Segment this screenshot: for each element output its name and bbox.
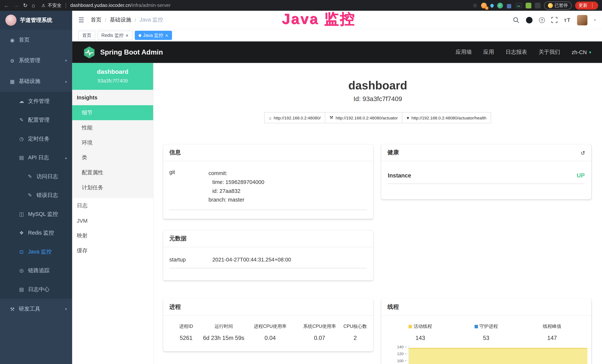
- sidebar-item-error-logs[interactable]: ✎ 错误日志: [0, 186, 72, 204]
- sba-item-config-props[interactable]: 配置属性: [72, 165, 153, 180]
- hamburger-icon[interactable]: ☰: [78, 16, 84, 24]
- close-icon[interactable]: ×: [126, 33, 129, 38]
- sba-nav-applications[interactable]: 应用: [483, 49, 494, 56]
- bookmark-star-icon[interactable]: ☆: [473, 3, 477, 8]
- page-title: dashboard: [153, 79, 602, 92]
- sba-item-scheduled-tasks[interactable]: 计划任务: [72, 180, 153, 195]
- sba-item-loggers[interactable]: 日志: [72, 198, 153, 213]
- sba-brand-title[interactable]: Spring Boot Admin: [100, 48, 163, 56]
- sidebar-item-label: 访问日志: [36, 173, 67, 180]
- sba-item-classes[interactable]: 类: [72, 150, 153, 165]
- font-size-icon[interactable]: тT: [564, 17, 571, 23]
- app-logo-row[interactable]: 芋道管理系统: [0, 11, 72, 30]
- fullscreen-icon[interactable]: [551, 17, 558, 23]
- sba-item-metrics[interactable]: 性能: [72, 120, 153, 135]
- info-card-body: git commit: time: 1596289704000 id: 27aa…: [163, 161, 373, 210]
- chevron-down-icon: ▾: [65, 59, 67, 63]
- sba-item-environment[interactable]: 环境: [72, 135, 153, 150]
- process-column-header: 进程ID: [169, 323, 203, 334]
- extension-grid-icon[interactable]: ▦: [506, 2, 512, 8]
- extensions-puzzle-icon[interactable]: [535, 2, 540, 8]
- annotation-title: Java 监控: [269, 9, 369, 29]
- app-title: 芋道管理系统: [20, 17, 52, 23]
- user-avatar[interactable]: [577, 15, 588, 25]
- sidebar-item-file-management[interactable]: ☁ 文件管理: [0, 92, 72, 110]
- sba-nav-wallboard[interactable]: 应用墙: [456, 49, 472, 56]
- extension-icon[interactable]: [489, 3, 494, 8]
- vue-devtools-icon[interactable]: ✓: [497, 2, 503, 8]
- update-label: 更新: [579, 2, 588, 8]
- reload-icon[interactable]: ↻: [23, 3, 27, 8]
- sidebar-item-log-center[interactable]: ▤ 日志中心: [0, 280, 72, 299]
- switch-extension-icon[interactable]: on: [516, 3, 522, 8]
- health-row-instance[interactable]: Instance UP: [388, 172, 585, 184]
- redis-icon: ❖: [18, 230, 24, 236]
- extension-icon[interactable]: [526, 2, 531, 8]
- extension-icon[interactable]: 1: [481, 2, 487, 8]
- sidebar-item-label: Java 监控: [28, 248, 67, 255]
- link-label: http://192.168.0.2:48080/actuator/health: [411, 115, 486, 120]
- sidebar-item-dev-tools[interactable]: ⚒ 研发工具 ▾: [0, 299, 72, 320]
- instance-header[interactable]: dashboard 93a3fc7f7409: [72, 63, 153, 90]
- sidebar-item-label: 链路追踪: [28, 267, 67, 274]
- sidebar-item-api-logs[interactable]: ▤ API 日志 ▴: [0, 148, 72, 167]
- sidebar-item-home[interactable]: ◉ 首页: [0, 30, 72, 50]
- forward-icon[interactable]: →: [13, 3, 19, 8]
- tab-java-monitor[interactable]: Java 监控 ×: [135, 31, 172, 40]
- close-icon[interactable]: ×: [165, 33, 168, 38]
- card-title: 元数据: [169, 235, 186, 242]
- sidebar-item-infrastructure[interactable]: ▦ 基础设施 ▴: [0, 71, 72, 92]
- sba-item-jvm[interactable]: JVM: [72, 213, 153, 228]
- help-icon[interactable]: ?: [539, 17, 545, 23]
- info-key: git: [169, 169, 208, 204]
- sidebar-item-redis-monitor[interactable]: ❖ Redis 监控: [0, 224, 72, 242]
- site-security[interactable]: ⚠ 不安全: [42, 2, 61, 9]
- threads-value: 143: [387, 334, 453, 341]
- breadcrumb-item[interactable]: 首页: [91, 17, 101, 23]
- actuator-url-link[interactable]: ⚒ http://192.168.0.2:48080/actuator: [325, 112, 402, 123]
- service-url-link[interactable]: ⌂ http://192.168.0.2:48080/: [264, 112, 325, 123]
- caret-down-icon[interactable]: ▾: [594, 18, 596, 22]
- sba-nav-about[interactable]: 关于我们: [538, 49, 560, 56]
- gear-icon: ⚙: [9, 58, 15, 64]
- sidebar-item-access-logs[interactable]: ✎ 访问日志: [0, 167, 72, 186]
- address-bar[interactable]: dashboard.yudao.iocoder.cn/infra/admin-s…: [70, 3, 171, 8]
- paused-profile-chip[interactable]: 已暂停: [544, 1, 572, 9]
- breadcrumb-item[interactable]: 基础设施: [110, 17, 131, 23]
- admin-sidebar: 芋道管理系统 ◉ 首页 ⚙ 系统管理 ▾ ▦ 基础设施 ▴ ☁ 文件管理 ✎ 配…: [0, 11, 72, 364]
- y-axis-tick: 120: [387, 352, 407, 356]
- sba-item-caches[interactable]: 缓存: [72, 243, 153, 258]
- sidebar-item-mysql-monitor[interactable]: ◫ MySQL 监控: [0, 205, 72, 224]
- log-center-icon: ▤: [18, 287, 24, 292]
- sidebar-item-system-management[interactable]: ⚙ 系统管理 ▾: [0, 50, 72, 71]
- github-icon[interactable]: [526, 17, 532, 23]
- back-icon[interactable]: ←: [4, 3, 9, 8]
- browser-home-icon[interactable]: ⌂: [32, 3, 35, 8]
- threads-column-header: 活动线程: [387, 323, 453, 334]
- health-url-link[interactable]: ♥ http://192.168.0.2:48080/actuator/heal…: [402, 112, 491, 123]
- threads-card: 线程 活动线程 守护进程 线程峰值 143 53 147: [381, 299, 591, 364]
- sba-language-select[interactable]: zh-CN ▾: [572, 49, 591, 55]
- process-table: 进程ID 运行时间 进程CPU使用率 系统CPU使用率 CPU核心数 5261 …: [169, 323, 367, 341]
- sba-item-mappings[interactable]: 映射: [72, 228, 153, 243]
- tab-home[interactable]: 首页: [78, 31, 95, 40]
- sidebar-item-tracing[interactable]: ◎ 链路追踪: [0, 261, 72, 280]
- history-icon[interactable]: ↺: [581, 150, 585, 156]
- divider: [66, 3, 66, 8]
- wrench-icon: ⚒: [329, 115, 333, 120]
- home-icon: ⌂: [269, 115, 271, 120]
- sidebar-item-config-management[interactable]: ✎ 配置管理: [0, 110, 72, 129]
- insights-group: Insights 细节 性能 环境 类 配置属性 计划任务: [72, 90, 153, 198]
- browser-menu-icon[interactable]: ⋮: [590, 3, 595, 8]
- chevron-up-icon: ▴: [65, 80, 67, 84]
- sba-item-details[interactable]: 细节: [72, 105, 153, 120]
- legend-label: 活动线程: [414, 324, 432, 329]
- tab-redis-monitor[interactable]: Redis 监控 ×: [97, 31, 132, 40]
- sidebar-item-java-monitor[interactable]: ⊡ Java 监控: [0, 242, 72, 261]
- sidebar-item-scheduled-jobs[interactable]: ◷ 定时任务: [0, 129, 72, 148]
- warning-icon: ⚠: [42, 3, 45, 8]
- metadata-card: 元数据 startup 2021-04-27T00:44:31.254+08:0…: [163, 230, 373, 280]
- browser-update-button[interactable]: 更新 ⋮: [575, 1, 598, 9]
- sba-nav-journal[interactable]: 日志报表: [505, 49, 527, 56]
- search-icon[interactable]: [513, 17, 519, 23]
